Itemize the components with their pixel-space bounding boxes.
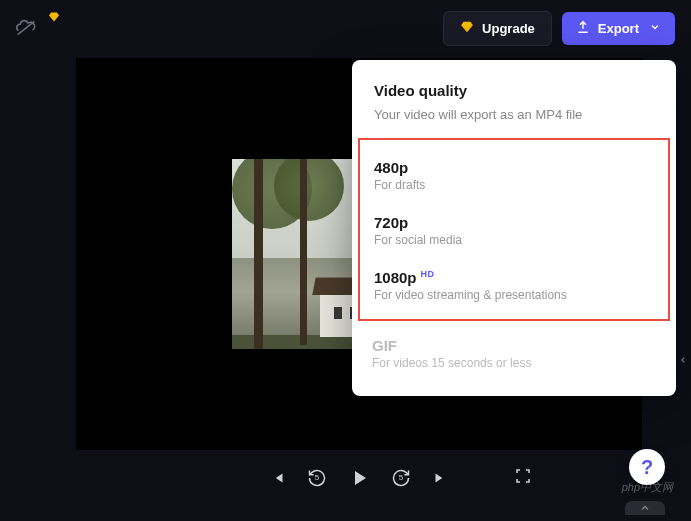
export-quality-panel: Video quality Your video will export as … [352, 60, 676, 396]
skip-end-icon[interactable] [431, 469, 449, 487]
gem-icon [48, 11, 60, 25]
side-collapse-icon[interactable] [678, 354, 688, 368]
panel-header: Video quality Your video will export as … [352, 60, 676, 132]
forward-5-icon[interactable]: 5 [391, 468, 411, 488]
upgrade-label: Upgrade [482, 21, 535, 36]
playback-bar: 5 5 [76, 455, 642, 501]
quality-option-720p[interactable]: 720p For social media [374, 206, 654, 261]
option-title: 720p [374, 214, 654, 231]
chevron-down-icon [649, 21, 661, 36]
watermark: php中文网 [622, 480, 673, 495]
quality-option-480p[interactable]: 480p For drafts [374, 151, 654, 206]
topbar-right: Upgrade Export [443, 11, 675, 46]
option-title: 1080p HD [374, 269, 654, 286]
panel-subtitle: Your video will export as an MP4 file [374, 107, 654, 122]
quality-options-highlight: 480p For drafts 720p For social media 10… [358, 138, 670, 321]
cloud-off-icon [16, 18, 36, 38]
topbar: Upgrade Export [0, 0, 691, 56]
export-label: Export [598, 21, 639, 36]
option-title: GIF [372, 337, 656, 354]
panel-title: Video quality [374, 82, 654, 99]
bottom-panel-handle[interactable] [625, 501, 665, 515]
upload-icon [576, 20, 590, 37]
question-icon: ? [641, 456, 653, 479]
gem-icon [460, 20, 474, 37]
export-button[interactable]: Export [562, 12, 675, 45]
option-desc: For social media [374, 233, 654, 247]
quality-option-gif[interactable]: GIF For videos 15 seconds or less [352, 323, 676, 388]
upgrade-button[interactable]: Upgrade [443, 11, 552, 46]
quality-option-1080p[interactable]: 1080p HD For video streaming & presentat… [374, 261, 654, 308]
topbar-left [16, 18, 60, 38]
skip-start-icon[interactable] [269, 469, 287, 487]
play-icon[interactable] [347, 466, 371, 490]
playback-controls: 5 5 [269, 466, 449, 490]
rewind-5-icon[interactable]: 5 [307, 468, 327, 488]
fullscreen-icon[interactable] [514, 467, 532, 489]
option-desc: For videos 15 seconds or less [372, 356, 656, 370]
option-desc: For video streaming & presentations [374, 288, 654, 302]
hd-badge: HD [421, 269, 435, 279]
option-desc: For drafts [374, 178, 654, 192]
option-title: 480p [374, 159, 654, 176]
